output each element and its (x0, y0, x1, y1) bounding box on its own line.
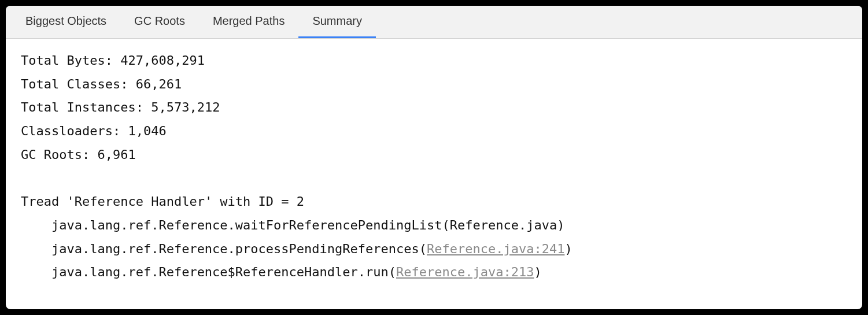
stack-source: Reference.java (450, 218, 557, 232)
stat-label: Total Bytes (21, 53, 105, 68)
stack-method: java.lang.ref.Reference.waitForReference… (51, 218, 442, 232)
stack-source-link[interactable]: Reference.java:213 (396, 265, 534, 279)
stat-value: 6,961 (97, 147, 135, 162)
blank-line (21, 166, 847, 190)
stat-value: 1,046 (128, 124, 166, 138)
stat-gc-roots: GC Roots: 6,961 (21, 143, 847, 167)
paren-close: ) (534, 265, 541, 279)
stat-label: Total Instances (21, 100, 136, 114)
paren-open: ( (442, 218, 449, 232)
stack-method: java.lang.ref.Reference.processPendingRe… (51, 242, 419, 256)
tab-biggest-objects[interactable]: Biggest Objects (12, 6, 120, 38)
paren-close: ) (564, 242, 572, 256)
stat-total-bytes: Total Bytes: 427,608,291 (21, 49, 847, 73)
stack-frame: java.lang.ref.Reference$ReferenceHandler… (21, 261, 847, 284)
profiler-window: Biggest Objects GC Roots Merged Paths Su… (6, 6, 862, 309)
tab-gc-roots[interactable]: GC Roots (120, 6, 199, 38)
stack-frame: java.lang.ref.Reference.waitForReference… (21, 214, 847, 238)
stat-value: 5,573,212 (151, 100, 220, 114)
stack-frame: java.lang.ref.Reference.processPendingRe… (21, 238, 847, 261)
tab-merged-paths[interactable]: Merged Paths (199, 6, 299, 38)
paren-close: ) (557, 218, 564, 232)
stack-method: java.lang.ref.Reference$ReferenceHandler… (51, 265, 389, 279)
stat-total-classes: Total Classes: 66,261 (21, 73, 847, 97)
paren-open: ( (389, 265, 396, 279)
stat-total-instances: Total Instances: 5,573,212 (21, 96, 847, 120)
paren-open: ( (419, 242, 427, 256)
summary-content: Total Bytes: 427,608,291Total Classes: 6… (6, 39, 862, 309)
stat-classloaders: Classloaders: 1,046 (21, 120, 847, 143)
stat-label: Total Classes (21, 77, 120, 91)
tab-summary[interactable]: Summary (298, 6, 376, 38)
stat-label: GC Roots (21, 147, 82, 162)
thread-header: Tread 'Reference Handler' with ID = 2 (21, 190, 847, 214)
stack-source-link[interactable]: Reference.java:241 (427, 242, 564, 256)
stat-value: 427,608,291 (120, 53, 205, 68)
tab-bar: Biggest Objects GC Roots Merged Paths Su… (6, 6, 862, 39)
stat-label: Classloaders (21, 124, 113, 138)
stat-value: 66,261 (136, 77, 182, 91)
